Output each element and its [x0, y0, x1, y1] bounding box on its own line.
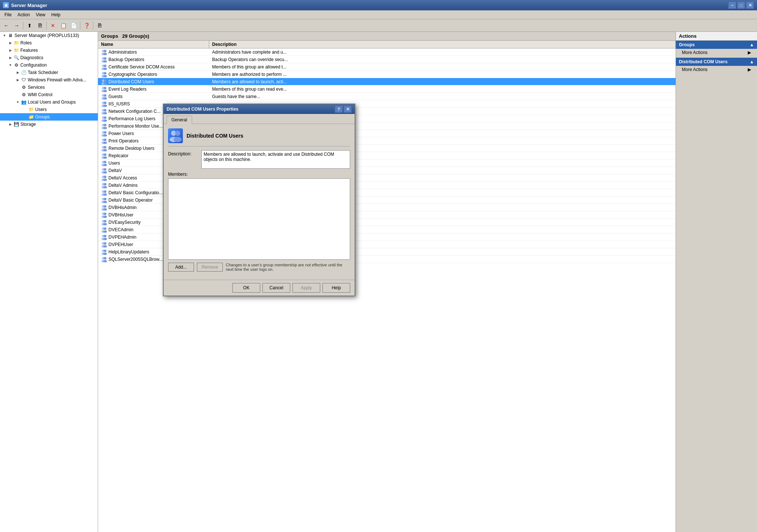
- svg-point-119: [174, 137, 182, 142]
- dialog-title-controls: ? ✕: [335, 105, 352, 113]
- dialog-members-note: Changes to a user's group membership are…: [226, 263, 350, 272]
- dialog-body: Distributed COM Users Description: Membe…: [164, 124, 355, 280]
- distributed-com-dialog: Distributed COM Users Properties ? ✕ Gen…: [163, 104, 355, 296]
- dialog-title: Distributed COM Users Properties: [167, 107, 238, 112]
- cancel-button[interactable]: Cancel: [262, 283, 290, 293]
- remove-button[interactable]: Remove: [197, 263, 223, 272]
- add-button[interactable]: Add...: [168, 263, 194, 272]
- dialog-group-icon: [168, 128, 183, 143]
- dialog-footer-note: Add... Remove Changes to a user's group …: [168, 263, 350, 272]
- dialog-overlay: Distributed COM Users Properties ? ✕ Gen…: [0, 0, 757, 532]
- dialog-description-field[interactable]: [201, 150, 350, 169]
- dialog-help-title-button[interactable]: ?: [335, 105, 343, 113]
- dialog-members-box[interactable]: [168, 178, 350, 260]
- dialog-description-row: Description:: [168, 150, 350, 169]
- dialog-tab-bar: General: [164, 114, 355, 124]
- apply-button[interactable]: Apply: [292, 283, 320, 293]
- dialog-action-buttons: OK Cancel Apply Help: [164, 280, 355, 296]
- dialog-title-bar: Distributed COM Users Properties ? ✕: [164, 104, 355, 114]
- tab-general[interactable]: General: [167, 116, 192, 124]
- dialog-group-name: Distributed COM Users: [187, 133, 243, 139]
- dialog-close-title-button[interactable]: ✕: [344, 105, 352, 113]
- svg-point-118: [175, 131, 180, 136]
- dialog-members-label: Members:: [168, 172, 350, 177]
- ok-button[interactable]: OK: [232, 283, 260, 293]
- dialog-group-header: Distributed COM Users: [168, 128, 350, 147]
- help-button-dialog[interactable]: Help: [322, 283, 350, 293]
- dialog-description-label: Description:: [168, 150, 201, 156]
